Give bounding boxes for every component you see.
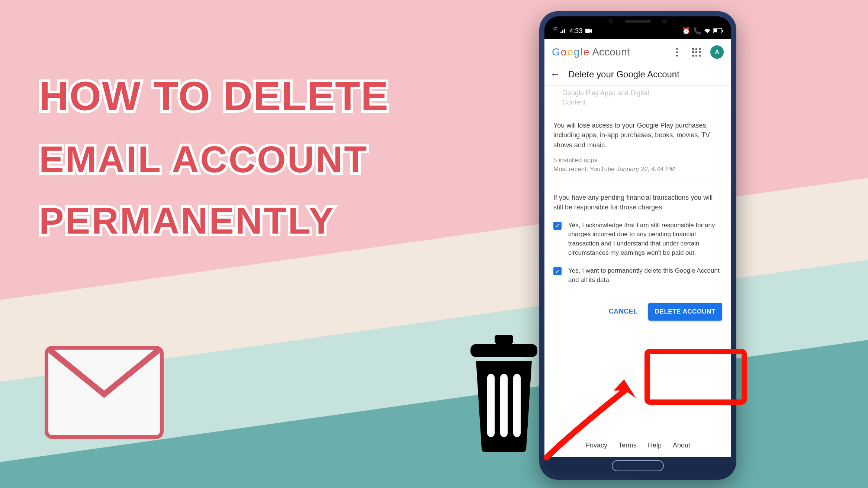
svg-rect-7	[714, 29, 717, 32]
phone-notch	[544, 19, 731, 24]
divider	[553, 183, 722, 183]
footer-link-terms[interactable]: Terms	[618, 442, 637, 449]
headline-line-1: How To Delete	[39, 74, 448, 118]
phone-status-icon: 📞	[693, 27, 701, 35]
cancel-button[interactable]: CANCEL	[609, 308, 638, 315]
home-button[interactable]	[612, 460, 664, 471]
installed-apps-count: 5 installed apps	[553, 157, 722, 164]
checkbox-acknowledge[interactable]: ✓	[553, 222, 562, 230]
phone-frame: 4G 4:33 ⏰ 📞	[539, 11, 736, 480]
svg-rect-4	[513, 374, 521, 437]
checkbox-permanent-delete-label: Yes, I want to permanently delete this G…	[568, 266, 722, 285]
screen-content: Google Account A ← Delete your Google Ac…	[544, 39, 731, 457]
checkbox-permanent-delete[interactable]: ✓	[553, 267, 562, 275]
network-type: 4G	[553, 27, 557, 31]
checkbox-acknowledge-label: Yes, I acknowledge that I am still respo…	[568, 221, 722, 258]
svg-rect-2	[487, 374, 495, 437]
faded-prev-content: Google Play Apps and Digital Content	[552, 86, 724, 114]
home-bar	[544, 457, 731, 475]
apps-grid-icon[interactable]	[691, 47, 701, 57]
page-title: Delete your Google Account	[568, 69, 679, 80]
brand-logo: Google Account	[552, 46, 630, 58]
svg-rect-1	[470, 344, 537, 357]
lose-access-paragraph: You will lose access to your Google Play…	[553, 121, 722, 150]
back-arrow-icon[interactable]: ←	[550, 68, 560, 80]
headline-line-3: PERMANENTLY	[39, 201, 448, 240]
footer-link-help[interactable]: Help	[648, 442, 662, 449]
pending-transactions-paragraph: If you have any pending financial transa…	[553, 193, 722, 212]
more-menu-icon[interactable]	[672, 47, 682, 57]
footer-link-privacy[interactable]: Privacy	[585, 442, 607, 449]
battery-icon	[713, 27, 723, 35]
signal-icon	[560, 27, 566, 35]
delete-account-button[interactable]: DELETE ACCOUNT	[648, 303, 722, 321]
headline-line-2: EMAIL ACCOUNT	[39, 140, 448, 179]
video-icon	[585, 27, 592, 35]
most-recent-line: Most recent: YouTube January 22, 4:44 PM	[553, 166, 722, 173]
footer-link-about[interactable]: About	[673, 442, 690, 449]
alarm-icon: ⏰	[682, 27, 690, 35]
svg-rect-5	[585, 29, 590, 33]
mail-icon	[45, 346, 164, 439]
wifi-icon	[704, 27, 710, 35]
svg-rect-0	[495, 335, 513, 344]
brand-suffix: Account	[592, 46, 630, 58]
svg-rect-3	[500, 374, 508, 437]
trash-icon	[457, 335, 550, 454]
avatar[interactable]: A	[710, 45, 724, 59]
status-time: 4:33	[569, 27, 582, 35]
headline: How To Delete EMAIL ACCOUNT PERMANENTLY	[39, 74, 448, 263]
svg-rect-8	[722, 30, 723, 32]
